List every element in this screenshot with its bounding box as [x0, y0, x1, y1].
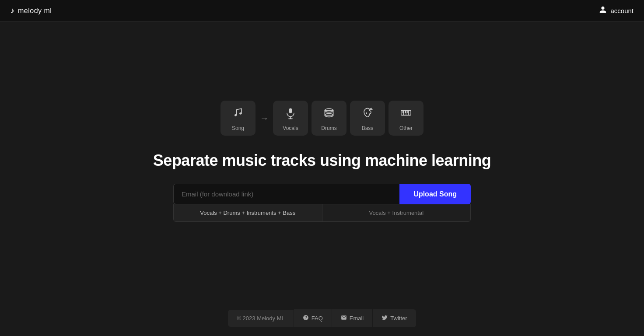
email-label: Email [350, 315, 364, 322]
logo-text: melody ml [18, 7, 52, 15]
twitter-button[interactable]: Twitter [372, 309, 416, 327]
track-card-other: Other [388, 101, 424, 136]
track-card-song: Song [220, 101, 256, 136]
other-label: Other [399, 125, 413, 131]
song-label: Song [232, 125, 244, 131]
email-input[interactable] [173, 184, 399, 204]
track-card-drums: Drums [312, 101, 346, 136]
faq-icon [303, 315, 309, 322]
tab-instrumental[interactable]: Vocals + Instrumental [322, 204, 471, 221]
twitter-icon [382, 315, 388, 322]
drums-label: Drums [321, 125, 336, 131]
logo-icon: ♪ [10, 6, 14, 15]
footer: © 2023 Melody ML FAQ Email Twitter [0, 301, 644, 336]
bass-label: Bass [362, 125, 374, 131]
header: ♪ melody ml account [0, 0, 644, 22]
vocals-label: Vocals [283, 125, 298, 131]
account-icon [599, 6, 607, 16]
bass-icon [360, 105, 374, 122]
tab-full-separation[interactable]: Vocals + Drums + Instruments + Bass [174, 204, 322, 221]
main-content: Song → Vocals [0, 22, 644, 301]
separation-tabs: Vocals + Drums + Instruments + Bass Voca… [173, 204, 471, 222]
arrow-icon: → [260, 113, 269, 123]
track-icons-row: Song → Vocals [219, 101, 425, 136]
song-icon [231, 105, 245, 122]
email-button[interactable]: Email [332, 309, 373, 327]
footer-copyright: © 2023 Melody ML [228, 310, 293, 327]
account-label: account [610, 7, 634, 14]
track-card-bass: Bass [350, 101, 385, 136]
vocals-icon [284, 105, 298, 122]
svg-rect-18 [407, 110, 409, 113]
svg-point-0 [234, 114, 237, 116]
logo[interactable]: ♪ melody ml [10, 6, 52, 15]
svg-rect-17 [405, 110, 406, 113]
email-icon [341, 315, 347, 322]
twitter-label: Twitter [390, 315, 407, 322]
faq-label: FAQ [312, 315, 323, 322]
track-card-vocals: Vocals [273, 101, 308, 136]
input-row: Upload Song [173, 184, 471, 204]
upload-button[interactable]: Upload Song [399, 184, 471, 204]
svg-line-10 [370, 108, 372, 109]
headline: Separate music tracks using machine lear… [153, 151, 491, 170]
svg-point-9 [366, 112, 367, 114]
svg-line-11 [370, 109, 372, 109]
other-icon [399, 105, 413, 122]
svg-rect-16 [402, 110, 404, 113]
account-button[interactable]: account [599, 6, 634, 16]
svg-rect-6 [325, 110, 333, 115]
faq-button[interactable]: FAQ [294, 309, 332, 327]
svg-rect-2 [289, 108, 292, 113]
svg-point-1 [239, 112, 242, 115]
drums-icon [322, 105, 336, 122]
